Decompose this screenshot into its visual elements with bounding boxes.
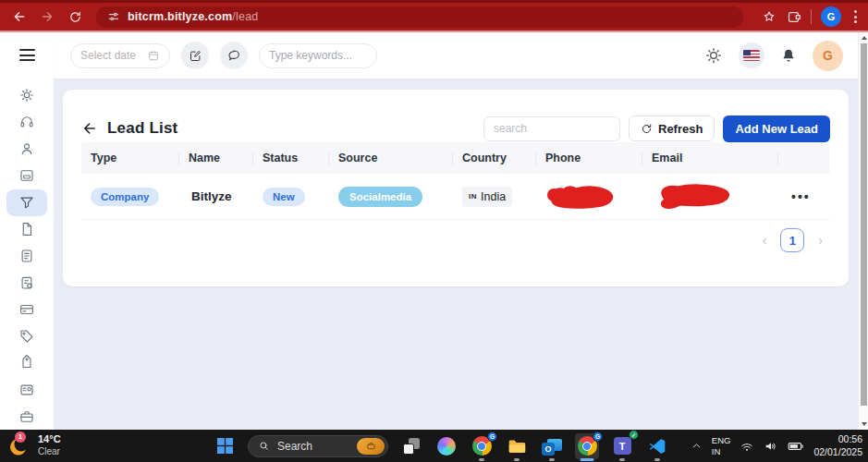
clock-widget[interactable]: 00:56 02/01/2025 [813,433,862,457]
language-line1: ENG [712,435,731,445]
sidebar-item-organization[interactable] [6,403,47,430]
site-settings-icon[interactable] [107,10,120,23]
compose-button[interactable] [181,42,209,69]
taskbar-outlook[interactable]: O [540,433,564,459]
chevron-up-icon [691,440,703,452]
tray-expand-chevron[interactable] [691,440,703,452]
weather-widget[interactable]: 1 14°C Clear [7,430,61,462]
taskbar-search-box[interactable]: Search [248,435,388,457]
sidebar-item-contacts[interactable] [6,136,47,163]
sun-icon [704,46,723,65]
keyword-search-field[interactable] [259,43,377,68]
search-icon [258,440,270,452]
sidebar-item-payments[interactable] [6,296,47,322]
sidebar-item-accounts[interactable] [6,376,47,403]
browser-profile-avatar[interactable]: G [821,6,841,27]
sidebar-item-reports[interactable] [6,243,47,270]
tag-icon [18,328,35,345]
lead-list-card: Lead List Refresh Add New Lead Type Name… [63,90,849,286]
copilot-button[interactable] [434,433,458,459]
sidebar-item-tasks[interactable] [6,269,47,296]
refresh-button[interactable]: Refresh [629,116,715,141]
browser-forward-button[interactable] [35,5,59,29]
copilot-icon [437,437,456,456]
row-actions-menu[interactable]: ••• [778,189,830,204]
lead-status-badge: New [263,188,305,206]
theme-toggle-button[interactable] [704,46,723,65]
briefcase-mini-icon [366,441,376,451]
sidebar-item-labels[interactable] [6,349,47,376]
browser-refresh-button[interactable] [63,5,87,29]
folder-icon [507,436,527,456]
clipboard-task-icon [18,274,35,291]
sidebar-item-leads[interactable] [6,189,47,216]
scrollbar-thumb[interactable] [861,43,867,406]
email-redaction-scribble [652,183,733,211]
pagination-next-button[interactable]: › [818,234,823,247]
weather-condition: Clear [38,446,61,458]
sidebar [0,32,54,430]
label-tag-icon [15,351,38,374]
calendar-icon [147,49,160,62]
task-view-button[interactable] [399,433,423,459]
taskbar-vscode[interactable] [645,433,669,459]
battery-icon [788,440,804,453]
notifications-button[interactable] [780,47,797,64]
taskbar-teams[interactable]: T ✓ [610,433,634,459]
sidebar-item-tags[interactable] [6,322,47,349]
taskbar-chrome-1[interactable]: G [470,433,494,459]
lead-name: Bitlyze [179,189,253,203]
keywords-input[interactable] [269,49,367,62]
edit-compose-icon [189,49,202,63]
language-flag-button[interactable] [739,43,764,68]
lead-search-input[interactable] [483,116,620,141]
wifi-button[interactable] [740,439,754,454]
app-topbar: G [54,32,858,79]
reload-icon [68,10,82,24]
pagination-page-1-button[interactable]: 1 [780,228,804,252]
column-header-country: Country [453,151,536,166]
sidebar-item-files[interactable] [6,216,47,243]
country-name: India [481,190,506,203]
taskbar-file-explorer[interactable] [505,433,529,459]
headset-icon [18,114,35,130]
address-bar[interactable]: bitcrm.bitlyze.com/lead [96,6,743,28]
pagination-prev-button[interactable]: ‹ [763,234,767,247]
scrollbar-down-arrow[interactable] [859,419,868,430]
add-new-lead-button[interactable]: Add New Lead [723,116,830,142]
menu-toggle-button[interactable] [16,45,39,65]
gear-icon [18,87,35,103]
user-avatar[interactable]: G [813,41,843,71]
kanban-icon [18,167,35,184]
browser-menu-button[interactable] [850,8,861,25]
us-flag-icon [743,50,760,61]
battery-button[interactable] [788,440,804,453]
scrollbar-up-arrow[interactable] [859,32,868,43]
chat-button[interactable] [220,42,248,69]
briefcase-icon [18,408,35,425]
sidebar-item-board[interactable] [6,163,47,189]
volume-button[interactable] [764,439,778,454]
column-header-actions [778,151,830,166]
active-running-indicator [581,458,594,461]
sidebar-item-support[interactable] [6,109,47,136]
start-button[interactable] [213,433,237,459]
language-indicator[interactable]: ENG IN [712,435,731,456]
sidebar-item-settings[interactable] [6,82,47,109]
select-date-input[interactable] [80,49,141,62]
search-highlight-image[interactable] [357,438,385,455]
page-scrollbar[interactable] [858,32,868,430]
teams-icon: T [614,437,631,455]
taskbar-chrome-2-active[interactable]: G [575,433,599,459]
page-back-button[interactable] [81,120,98,137]
extensions-icon[interactable] [786,9,801,25]
bookmark-star-icon[interactable] [762,9,776,24]
chat-bubble-icon [226,48,241,63]
country-code: IN [469,192,477,201]
pagination: ‹ 1 › [81,228,830,252]
vscode-icon [648,437,666,456]
date-picker-field[interactable] [70,43,170,68]
browser-back-button[interactable] [7,5,31,29]
chrome-profile-badge: G [487,432,497,442]
running-indicator [619,458,625,461]
